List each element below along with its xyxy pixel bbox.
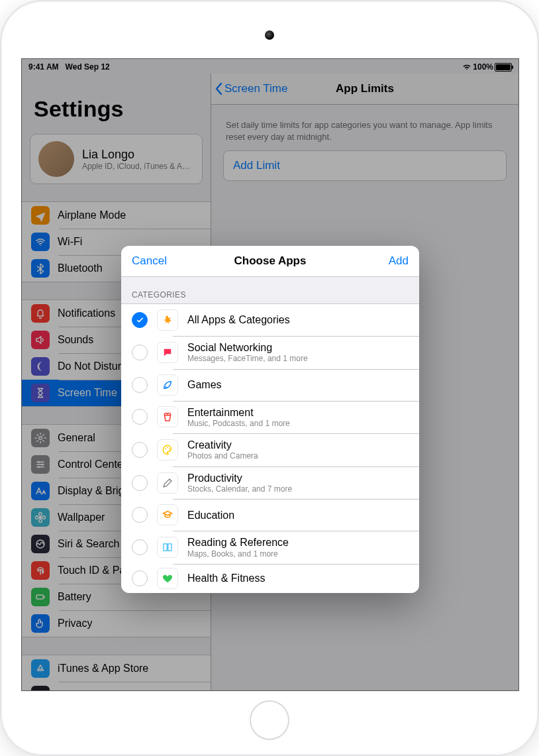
- category-row[interactable]: Education: [121, 499, 419, 531]
- svg-point-14: [165, 448, 166, 449]
- category-checkbox[interactable]: [132, 409, 148, 425]
- modal-nav: Cancel Choose Apps Add: [121, 246, 419, 277]
- category-row[interactable]: CreativityPhotos and Camera: [121, 433, 419, 466]
- category-title: Entertainment: [187, 406, 290, 419]
- category-row[interactable]: Games: [121, 369, 419, 401]
- category-checkbox[interactable]: [132, 377, 148, 393]
- category-title: Social Networking: [187, 341, 308, 354]
- choose-apps-modal: Cancel Choose Apps Add CATEGORIES All Ap…: [121, 246, 419, 593]
- category-icon: [157, 504, 178, 525]
- category-icon: [157, 537, 178, 558]
- category-checkbox[interactable]: [132, 312, 148, 328]
- category-subtitle: Maps, Books, and 1 more: [187, 549, 289, 559]
- cancel-button[interactable]: Cancel: [121, 246, 177, 276]
- category-row[interactable]: All Apps & Categories: [121, 304, 419, 336]
- category-checkbox[interactable]: [132, 475, 148, 491]
- category-icon: [157, 342, 178, 363]
- category-row[interactable]: ProductivityStocks, Calendar, and 7 more: [121, 466, 419, 500]
- category-checkbox[interactable]: [132, 539, 148, 555]
- category-checkbox[interactable]: [132, 442, 148, 458]
- category-title: Games: [187, 378, 222, 391]
- category-subtitle: Music, Podcasts, and 1 more: [187, 419, 290, 428]
- category-icon: [157, 374, 178, 396]
- category-icon: [157, 309, 178, 331]
- category-row[interactable]: Reading & ReferenceMaps, Books, and 1 mo…: [121, 531, 419, 564]
- category-subtitle: Messages, FaceTime, and 1 more: [187, 354, 308, 363]
- category-subtitle: Stocks, Calendar, and 7 more: [187, 484, 292, 494]
- category-icon: [157, 406, 178, 427]
- category-checkbox[interactable]: [132, 507, 148, 523]
- category-row[interactable]: Health & Fitness: [121, 564, 419, 593]
- category-row[interactable]: Social NetworkingMessages, FaceTime, and…: [121, 336, 419, 369]
- category-icon: [157, 439, 178, 460]
- category-icon: [157, 472, 178, 494]
- ipad-device-frame: 9:41 AM Wed Sep 12 100% Settings: [0, 0, 539, 756]
- add-button[interactable]: Add: [378, 246, 419, 276]
- category-icon: [157, 568, 178, 589]
- svg-point-16: [169, 448, 170, 449]
- front-camera: [265, 30, 274, 40]
- category-title: Health & Fitness: [187, 572, 265, 584]
- category-title: Creativity: [187, 439, 258, 451]
- home-button[interactable]: [250, 700, 289, 740]
- category-row[interactable]: EntertainmentMusic, Podcasts, and 1 more: [121, 401, 419, 434]
- svg-point-15: [167, 447, 168, 448]
- category-title: Productivity: [187, 472, 292, 484]
- screen: 9:41 AM Wed Sep 12 100% Settings: [21, 58, 519, 691]
- category-title: Reading & Reference: [187, 536, 289, 549]
- category-checkbox[interactable]: [132, 570, 148, 586]
- modal-title: Choose Apps: [234, 254, 307, 268]
- category-checkbox[interactable]: [132, 345, 148, 360]
- categories-header: CATEGORIES: [121, 277, 419, 304]
- category-title: Education: [187, 509, 234, 521]
- categories-list[interactable]: All Apps & CategoriesSocial NetworkingMe…: [121, 304, 419, 593]
- category-subtitle: Photos and Camera: [187, 451, 258, 460]
- category-title: All Apps & Categories: [187, 313, 290, 326]
